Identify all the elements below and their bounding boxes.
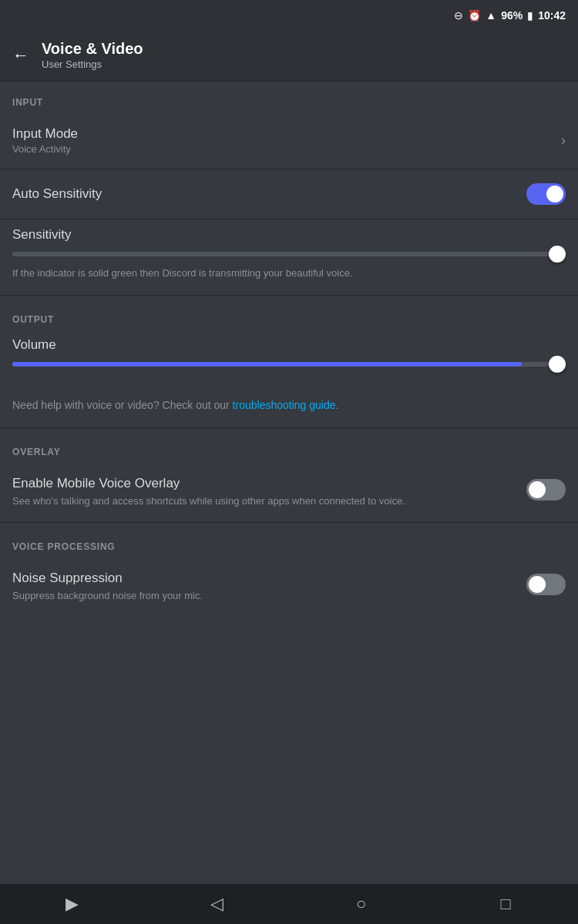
page-subtitle: User Settings bbox=[42, 59, 143, 70]
chevron-right-icon: › bbox=[561, 132, 566, 149]
volume-fill bbox=[12, 362, 522, 367]
main-content: INPUT Input Mode Voice Activity › Auto S… bbox=[0, 82, 578, 884]
status-icons: ⊖ ⏰ ▲ 96% ▮ 10:42 bbox=[454, 9, 566, 22]
input-mode-value: Voice Activity bbox=[12, 143, 78, 155]
section-input-header: INPUT bbox=[0, 82, 578, 116]
auto-sensitivity-label: Auto Sensitivity bbox=[12, 186, 102, 202]
recents-button[interactable]: □ bbox=[482, 884, 529, 924]
help-row: Need help with voice or video? Check out… bbox=[0, 387, 578, 424]
section-overlay-header: OVERLAY bbox=[0, 431, 578, 465]
divider-5 bbox=[0, 522, 578, 523]
input-mode-label: Input Mode bbox=[12, 126, 78, 142]
wifi-icon: ▲ bbox=[486, 9, 496, 22]
status-bar: ⊖ ⏰ ▲ 96% ▮ 10:42 bbox=[0, 0, 578, 31]
bottom-nav: ▶ ◁ ○ □ bbox=[0, 884, 578, 924]
input-mode-text: Input Mode Voice Activity bbox=[12, 126, 78, 155]
volume-label: Volume bbox=[12, 337, 566, 353]
alarm-icon: ⏰ bbox=[468, 9, 481, 22]
page-title: Voice & Video bbox=[42, 40, 143, 58]
overlay-row: Enable Mobile Voice Overlay See who's ta… bbox=[0, 465, 578, 520]
nav-title-group: Voice & Video User Settings bbox=[42, 40, 143, 70]
noise-toggle-thumb bbox=[529, 576, 546, 593]
noise-suppression-row: Noise Suppression Suppress background no… bbox=[0, 560, 578, 614]
play-button[interactable]: ▶ bbox=[49, 884, 96, 924]
noise-suppression-title: Noise Suppression bbox=[12, 571, 203, 586]
overlay-toggle-thumb bbox=[529, 481, 546, 498]
divider-3 bbox=[0, 295, 578, 296]
sensitivity-label: Sensitivity bbox=[12, 227, 566, 243]
sensitivity-section: Sensitivity If the indicator is solid gr… bbox=[0, 223, 578, 292]
overlay-desc: See who's talking and access shortcuts w… bbox=[12, 494, 405, 509]
volume-section: Volume bbox=[0, 333, 578, 387]
overlay-title: Enable Mobile Voice Overlay bbox=[12, 476, 405, 491]
sensitivity-track[interactable] bbox=[12, 252, 566, 256]
top-nav: ← Voice & Video User Settings bbox=[0, 31, 578, 82]
auto-sensitivity-toggle[interactable] bbox=[526, 183, 566, 205]
do-not-disturb-icon: ⊖ bbox=[454, 9, 463, 22]
auto-sensitivity-row: Auto Sensitivity bbox=[0, 172, 578, 216]
clock: 10:42 bbox=[538, 9, 566, 22]
noise-text: Noise Suppression Suppress background no… bbox=[12, 571, 203, 604]
volume-thumb[interactable] bbox=[549, 356, 566, 373]
troubleshooting-link[interactable]: troubleshooting guide bbox=[233, 399, 336, 411]
sensitivity-thumb[interactable] bbox=[549, 246, 566, 263]
help-suffix: . bbox=[336, 399, 339, 411]
volume-track[interactable] bbox=[12, 362, 566, 367]
noise-suppression-desc: Suppress background noise from your mic. bbox=[12, 589, 203, 604]
divider-2 bbox=[0, 219, 578, 219]
battery-level: 96% bbox=[501, 9, 523, 22]
back-nav-button[interactable]: ◁ bbox=[193, 884, 240, 924]
sensitivity-fill bbox=[12, 252, 538, 256]
section-voice-processing-header: VOICE PROCESSING bbox=[0, 526, 578, 560]
help-text: Need help with voice or video? Check out… bbox=[12, 399, 233, 411]
sensitivity-hint: If the indicator is solid green then Dis… bbox=[12, 266, 566, 281]
overlay-text: Enable Mobile Voice Overlay See who's ta… bbox=[12, 476, 405, 509]
section-output-header: OUTPUT bbox=[0, 299, 578, 333]
home-button[interactable]: ○ bbox=[338, 884, 385, 924]
battery-icon: ▮ bbox=[527, 9, 533, 22]
toggle-thumb bbox=[546, 186, 563, 203]
divider-4 bbox=[0, 427, 578, 428]
overlay-toggle[interactable] bbox=[526, 479, 566, 500]
noise-suppression-toggle[interactable] bbox=[526, 574, 566, 595]
back-button[interactable]: ← bbox=[12, 45, 29, 65]
input-mode-row[interactable]: Input Mode Voice Activity › bbox=[0, 116, 578, 166]
divider-1 bbox=[0, 169, 578, 169]
